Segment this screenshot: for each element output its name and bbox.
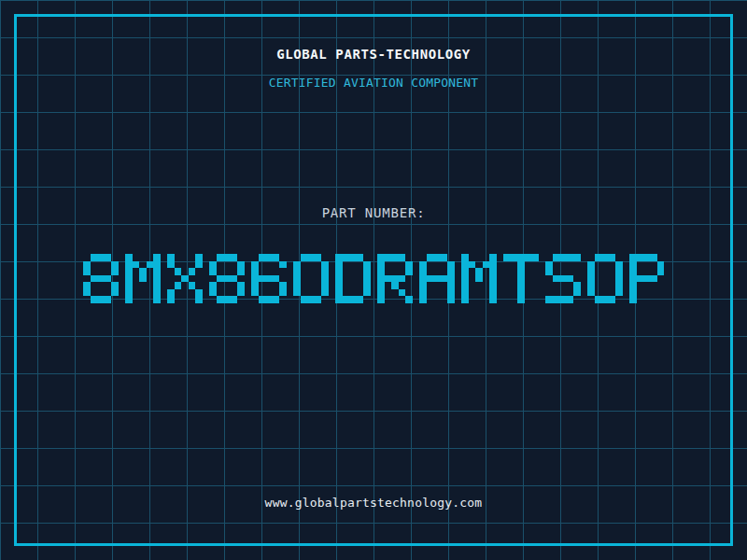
part-number-label: PART NUMBER: — [0, 205, 747, 220]
part-number-pixel-text — [0, 254, 747, 303]
part-number-glyphs — [83, 254, 665, 303]
website-url: www.globalpartstechnology.com — [0, 496, 747, 510]
company-name: GLOBAL PARTS-TECHNOLOGY — [0, 47, 747, 62]
blueprint-canvas: GLOBAL PARTS-TECHNOLOGY CERTIFIED AVIATI… — [0, 0, 747, 560]
certification-subtitle: CERTIFIED AVIATION COMPONENT — [0, 76, 747, 90]
